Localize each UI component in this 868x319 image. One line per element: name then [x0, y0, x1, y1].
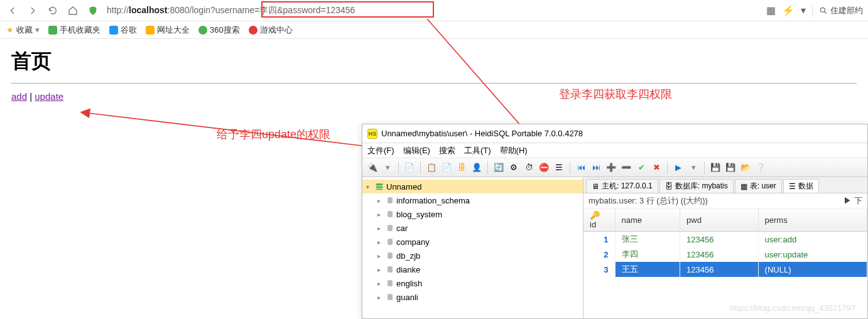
- commit-icon[interactable]: ✔: [635, 161, 648, 174]
- expand-icon[interactable]: ▸: [377, 280, 384, 287]
- home-button[interactable]: [65, 3, 80, 18]
- caption-right[interactable]: ▶ 下: [844, 195, 862, 207]
- address-bar[interactable]: http://localhost:8080/login?username=李四&…: [103, 4, 761, 18]
- search-icon: [819, 6, 828, 15]
- open-icon[interactable]: 📂: [739, 161, 752, 174]
- bookmark-item[interactable]: 网址大全: [146, 24, 190, 36]
- tree-item[interactable]: ▸dianke: [362, 262, 583, 276]
- expand-icon[interactable]: ▸: [377, 294, 384, 301]
- external-search[interactable]: 住建部约: [812, 5, 863, 16]
- stop-icon[interactable]: ⛔: [538, 161, 550, 174]
- last-icon[interactable]: ⏭: [590, 161, 602, 174]
- run-icon[interactable]: ▶: [672, 161, 685, 174]
- new-icon[interactable]: 📄: [403, 161, 416, 174]
- tree-item[interactable]: ▸blog_system: [362, 207, 583, 221]
- tree-item-label: guanli: [396, 293, 418, 302]
- bookmark-bar: ★收藏▾ 手机收藏夹 谷歌 网址大全 360搜索 游戏中心: [0, 21, 868, 39]
- saveall-icon[interactable]: 💾: [724, 161, 737, 174]
- refresh-icon[interactable]: 🔄: [492, 161, 505, 174]
- heidisql-menubar: 文件(F) 编辑(E) 搜索 工具(T) 帮助(H): [362, 143, 867, 158]
- col-name[interactable]: name: [615, 208, 680, 232]
- expand-icon[interactable]: ▸: [377, 266, 384, 273]
- bookmark-item[interactable]: 360搜索: [198, 24, 240, 36]
- save-icon[interactable]: 💾: [709, 161, 722, 174]
- db-icon[interactable]: 🗄: [455, 161, 468, 174]
- tree-item-label: english: [396, 279, 422, 288]
- paste-icon[interactable]: 📄: [440, 161, 453, 174]
- tree-item[interactable]: ▸english: [362, 276, 583, 290]
- bookmark-item[interactable]: 谷歌: [109, 24, 137, 36]
- tab-host[interactable]: 🖥 主机: 127.0.0.1: [586, 179, 658, 193]
- tab-database[interactable]: 🗄 数据库: mybatis: [659, 179, 734, 193]
- data-table[interactable]: 🔑 id name pwd perms 1张三123456user:add2李四…: [583, 208, 867, 277]
- shield-icon: [88, 6, 98, 16]
- time-icon[interactable]: ⏱: [523, 161, 535, 174]
- col-id[interactable]: 🔑 id: [583, 208, 615, 232]
- tree-item-label: db_zjb: [396, 251, 420, 261]
- add-row-icon[interactable]: ➕: [605, 161, 617, 174]
- expand-icon[interactable]: ▸: [377, 211, 384, 218]
- expand-icon[interactable]: ▸: [377, 239, 384, 246]
- reload-button[interactable]: [45, 3, 60, 18]
- tree-item[interactable]: ▸car: [362, 221, 583, 235]
- annotation-update-perm: 给予李四update的权限: [217, 127, 330, 142]
- expand-icon[interactable]: ▾: [366, 183, 372, 190]
- page-content: 首页 add | update: [0, 39, 868, 111]
- tree-pane[interactable]: ▾ Unnamed ▸information_schema▸blog_syste…: [362, 177, 583, 318]
- add-link[interactable]: add: [11, 91, 27, 102]
- connect-icon[interactable]: 🔌: [366, 161, 379, 174]
- forward-button[interactable]: [25, 3, 40, 18]
- menu-search[interactable]: 搜索: [439, 145, 455, 156]
- update-link[interactable]: update: [35, 91, 63, 102]
- tab-data[interactable]: ☰ 数据: [783, 179, 819, 193]
- tree-item[interactable]: ▸db_zjb: [362, 249, 583, 262]
- expand-icon[interactable]: ▸: [377, 252, 384, 259]
- expand-icon[interactable]: ▸: [377, 225, 384, 232]
- delete-row-icon[interactable]: ➖: [620, 161, 632, 174]
- menu-edit[interactable]: 编辑(E): [403, 145, 430, 156]
- menu-help[interactable]: 帮助(H): [500, 145, 528, 156]
- database-icon: [386, 210, 394, 218]
- col-perms[interactable]: perms: [758, 208, 867, 232]
- cog-icon[interactable]: ⚙: [507, 161, 520, 174]
- tab-table[interactable]: ▦ 表: user: [735, 179, 782, 193]
- dropdown-icon[interactable]: ▾: [381, 161, 394, 174]
- back-button[interactable]: [5, 3, 20, 18]
- favorites-root[interactable]: ★收藏▾: [6, 24, 40, 36]
- qr-icon[interactable]: ▦: [766, 4, 776, 16]
- bookmark-item[interactable]: 游戏中心: [249, 24, 293, 36]
- chevron-down-icon[interactable]: ▾: [801, 4, 806, 16]
- 360-icon: [198, 26, 207, 35]
- col-pwd[interactable]: pwd: [680, 208, 759, 232]
- dropdown2-icon[interactable]: ▾: [687, 161, 700, 174]
- star-icon: ★: [6, 25, 14, 35]
- tree-item-label: company: [396, 237, 430, 247]
- page-title: 首页: [11, 48, 857, 75]
- table-row[interactable]: 3王五123456(NULL): [583, 262, 867, 277]
- first-icon[interactable]: ⏮: [575, 161, 587, 174]
- help-icon[interactable]: ❔: [754, 161, 767, 174]
- tree-item[interactable]: ▸information_schema: [362, 193, 583, 207]
- google-icon: [109, 26, 118, 35]
- menu-file[interactable]: 文件(F): [367, 145, 394, 156]
- expand-icon[interactable]: ▸: [377, 197, 384, 204]
- bookmark-item[interactable]: 手机收藏夹: [48, 24, 100, 36]
- table-row[interactable]: 2李四123456user:update: [583, 247, 867, 262]
- bolt-icon[interactable]: ⚡: [782, 4, 795, 16]
- cancel-icon[interactable]: ✖: [650, 161, 663, 174]
- svg-point-9: [388, 225, 393, 227]
- tree-item[interactable]: ▸guanli: [362, 290, 583, 304]
- filter-icon[interactable]: ☰: [553, 161, 565, 174]
- table-row[interactable]: 1张三123456user:add: [583, 232, 867, 247]
- user-icon[interactable]: 👤: [470, 161, 483, 174]
- copy-icon[interactable]: 📋: [425, 161, 438, 174]
- svg-line-1: [825, 11, 827, 13]
- tree-root[interactable]: ▾ Unnamed: [362, 180, 583, 193]
- tree-item[interactable]: ▸company: [362, 235, 583, 249]
- caption-text: mybatis.user: 3 行 (总计) ((大约)): [589, 195, 708, 207]
- menu-tools[interactable]: 工具(T): [464, 145, 491, 156]
- database-icon: [386, 293, 394, 301]
- url-text: http://localhost:8080/login?username=李四&…: [107, 5, 355, 16]
- search-right-text: 住建部约: [830, 5, 863, 16]
- heidisql-titlebar[interactable]: HS Unnamed\mybatis\user\ - HeidiSQL Port…: [362, 124, 867, 143]
